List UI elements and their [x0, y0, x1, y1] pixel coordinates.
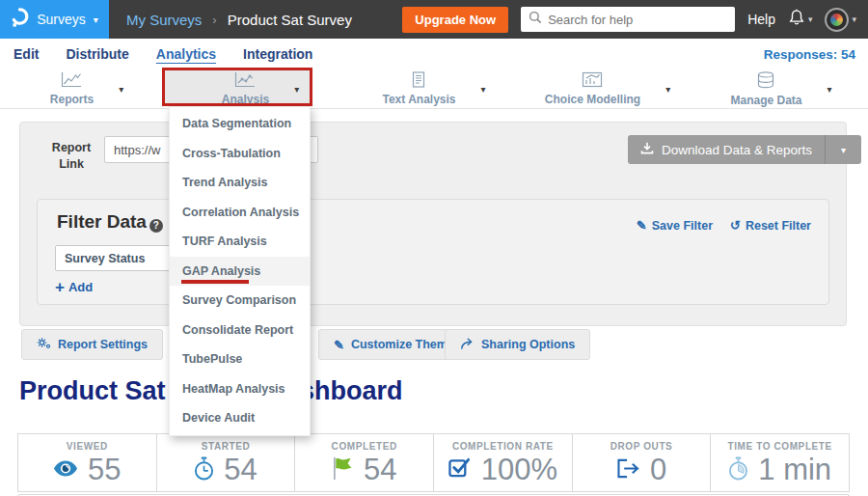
search-icon [529, 11, 542, 28]
toolbar-reports-label: Reports [50, 93, 94, 106]
stat-completed-value: 54 [364, 453, 396, 487]
nav-item-edit[interactable]: Edit [14, 46, 39, 62]
plus-icon [55, 281, 65, 293]
stat-viewed-label: VIEWED [67, 441, 108, 452]
menu-item-tubepulse[interactable]: TubePulse [170, 344, 310, 374]
menu-item-survey-comparison[interactable]: Survey Comparison [170, 286, 310, 316]
search-input[interactable] [548, 13, 727, 27]
tab-sharing-options-label: Sharing Options [481, 338, 575, 351]
menu-item-heatmap-analysis[interactable]: HeatMap Analysis [170, 374, 310, 404]
stat-time-to-complete-label: TIME TO COMPLETE [728, 441, 832, 452]
account-menu-button[interactable] [825, 8, 856, 32]
surveys-menu-button[interactable]: Surveys [0, 0, 109, 39]
menu-item-correlation-analysis[interactable]: Correlation Analysis [170, 198, 310, 228]
download-icon [640, 142, 654, 157]
stopwatch-icon [194, 456, 214, 484]
stat-started-value: 54 [224, 453, 257, 487]
menu-item-device-audit[interactable]: Device Audit [170, 403, 310, 433]
analysis-dropdown-menu: Data Segmentation Cross-Tabulation Trend… [169, 106, 311, 436]
share-arrow-icon [460, 338, 475, 352]
responses-count: Responses: 54 [764, 47, 868, 62]
menu-item-consolidate-report[interactable]: Consolidate Report [170, 316, 310, 345]
surveys-menu-label: Surveys [37, 12, 86, 27]
caret-down-icon [852, 14, 856, 24]
stat-started-label: STARTED [202, 441, 251, 452]
stat-time-to-complete-value: 1 min [758, 453, 831, 487]
breadcrumb-separator: › [212, 13, 216, 27]
toolbar-analysis[interactable]: Analysis [174, 69, 347, 108]
nav-item-distribute[interactable]: Distribute [66, 46, 128, 62]
help-search-box[interactable] [521, 7, 735, 32]
filter-actions: Save Filter Reset Filter [637, 218, 811, 233]
stat-viewed-value: 55 [88, 453, 121, 487]
nav-item-integration[interactable]: Integration [243, 46, 312, 62]
help-question-icon[interactable]: ? [149, 219, 163, 233]
toolbar-analysis-label: Analysis [222, 93, 269, 106]
topbar-actions: Upgrade Now Help [402, 7, 868, 33]
caret-down-icon [665, 84, 670, 95]
stats-bar: VIEWED 55 STARTED 54 COMPLETED 54 COMPLE… [17, 433, 850, 492]
avatar [825, 8, 849, 32]
tab-sharing-options[interactable]: Sharing Options [445, 329, 590, 360]
add-filter-link[interactable]: Add [55, 280, 93, 294]
tab-report-settings-label: Report Settings [58, 338, 148, 351]
questionpro-logo-icon [11, 8, 29, 32]
add-filter-label: Add [68, 280, 93, 294]
exit-arrow-icon [616, 458, 640, 482]
toolbar-choice-modelling[interactable]: Choice Modelling [521, 69, 694, 108]
toolbar-choice-modelling-label: Choice Modelling [545, 93, 640, 106]
toolbar-manage-data[interactable]: Manage Data [694, 69, 868, 108]
caret-down-icon [841, 145, 846, 155]
scatter-chart-icon [234, 71, 256, 92]
pencil-icon [334, 338, 344, 352]
stat-completion-rate-label: COMPLETION RATE [452, 441, 554, 452]
breadcrumb-my-surveys[interactable]: My Surveys [126, 12, 202, 28]
eye-icon [53, 460, 78, 481]
timer-icon [728, 456, 748, 484]
caret-down-icon [294, 84, 299, 95]
caret-down-icon [808, 14, 813, 24]
chart-box-icon [582, 71, 603, 92]
reset-icon [730, 218, 741, 233]
stat-time-to-complete: TIME TO COMPLETE 1 min [711, 434, 849, 491]
filter-data-title: Filter Data ? [57, 211, 163, 233]
stat-completion-rate-value: 100% [481, 453, 557, 487]
upgrade-now-button[interactable]: Upgrade Now [402, 7, 508, 33]
database-icon [755, 71, 776, 93]
stat-completion-rate: COMPLETION RATE 100% [434, 434, 573, 491]
stat-drop-outs-value: 0 [650, 453, 666, 487]
download-button-label: Download Data & Reports [662, 143, 812, 157]
gears-icon [37, 337, 51, 352]
menu-item-data-segmentation[interactable]: Data Segmentation [170, 109, 310, 139]
caret-down-icon [481, 84, 486, 95]
survey-nav-bar: Edit Distribute Analytics Integration Re… [0, 39, 868, 69]
nav-item-analytics[interactable]: Analytics [156, 46, 216, 62]
analytics-toolbar: Reports Analysis Text Analysis Choice Mo… [0, 69, 868, 109]
breadcrumb-current: Product Sat Survey [228, 12, 352, 28]
menu-item-gap-analysis[interactable]: GAP Analysis [170, 257, 310, 287]
report-link-label: Report Link [42, 140, 100, 173]
toolbar-text-analysis-label: Text Analysis [382, 93, 455, 106]
line-chart-icon [61, 71, 82, 92]
edit-icon [637, 218, 647, 233]
download-options-caret-button[interactable] [825, 135, 861, 164]
download-data-reports-button[interactable]: Download Data & Reports [628, 135, 825, 164]
menu-item-cross-tabulation[interactable]: Cross-Tabulation [170, 139, 310, 169]
top-bar: Surveys My Surveys › Product Sat Survey … [0, 0, 868, 39]
stat-completed-label: COMPLETED [332, 441, 397, 452]
help-link[interactable]: Help [747, 12, 775, 27]
tab-report-settings[interactable]: Report Settings [21, 329, 163, 360]
menu-item-turf-analysis[interactable]: TURF Analysis [170, 227, 310, 257]
save-filter-link[interactable]: Save Filter [637, 218, 713, 233]
survey-status-value: Survey Status [65, 252, 145, 265]
menu-item-trend-analysis[interactable]: Trend Analysis [170, 168, 310, 198]
caret-down-icon [119, 84, 123, 95]
toolbar-manage-data-label: Manage Data [730, 94, 801, 107]
reset-filter-label: Reset Filter [746, 219, 811, 233]
document-icon [410, 71, 427, 92]
notifications-button[interactable] [788, 9, 813, 30]
toolbar-text-analysis[interactable]: Text Analysis [347, 69, 521, 108]
reset-filter-link[interactable]: Reset Filter [730, 218, 811, 233]
stat-completed: COMPLETED 54 [295, 434, 434, 491]
toolbar-reports[interactable]: Reports [0, 69, 174, 108]
